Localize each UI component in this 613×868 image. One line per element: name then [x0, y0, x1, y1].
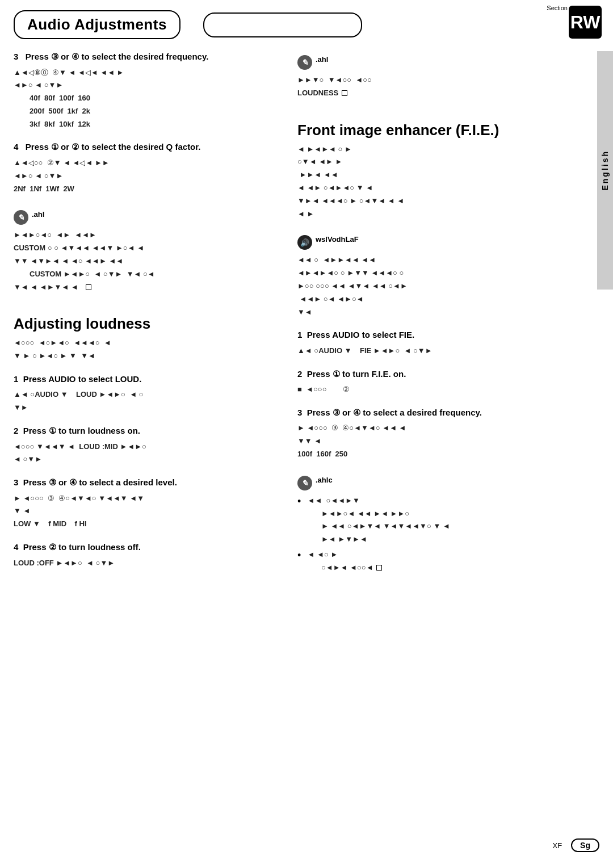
left-column: 3 Press ③ or ④ to select the desired fre… — [14, 51, 292, 577]
ahlc-bullet2: • ◄ ◄○ ► ○◄►◄ ◄○○◄ — [297, 549, 570, 575]
step3-freqs2: 200f 500f 1kf 2k — [30, 106, 280, 118]
step4-label: 4 — [14, 142, 23, 152]
loud-step4-sym: LOUD :OFF ►◄►○ ◄ ○▼► — [14, 557, 280, 569]
note1-box: ✎ .ahl — [14, 210, 280, 225]
top-header: Audio Adjustments Section RW — [0, 0, 613, 39]
ahlc-b2-l1: ◄ ◄○ ► — [305, 549, 382, 561]
page-title: Audio Adjustments — [14, 10, 180, 39]
note1-label: .ahl — [32, 210, 44, 219]
loud-step3-sym2: ▼ ◄ — [14, 505, 280, 517]
note-ahlc-label: .ahlc — [316, 476, 333, 484]
note-ahlc-box: ✎ .ahlc — [297, 476, 570, 490]
right-column: ✎ .ahl ►►▼○ ▼◄○○ ◄○○ LOUDNESS Front imag… — [292, 51, 570, 577]
step4-values: 2Nf 1Nf 1Wf 2W — [14, 183, 280, 195]
speaker-icon: 🔊 — [297, 235, 312, 250]
fie-step1: 1 Press AUDIO to select FIE. — [297, 329, 570, 342]
step3-freqs3: 3kf 8kf 10kf 12k — [30, 119, 280, 131]
bullet2-content: ◄ ◄○ ► ○◄►◄ ◄○○◄ — [305, 549, 382, 575]
bullet1-content: ◄◄ ○◄◄►▼ ►◄►○◄ ◄◄ ►◄ ►►○ ► ◄◄ ○◄►▼◄ ▼◄▼◄… — [305, 495, 450, 547]
speaker-note-box: 🔊 wslVodhLaF — [297, 235, 570, 250]
step3-label: 3 — [14, 52, 23, 61]
step3-sym1: ▲◄◁⑧⓪ ④▼ ◄ ◄◁◄ ◄◄ ► — [14, 67, 280, 79]
loud-step1-sym2: ▼► — [14, 402, 280, 414]
loud-step1: 1 Press AUDIO to select LOUD. — [14, 373, 280, 386]
step3-freqs1: 40f 80f 100f 160 — [30, 93, 280, 104]
fie-intro1: ◄ ►◄►◄ ○ ► — [297, 144, 570, 156]
adjusting-loudness-heading: Adjusting loudness — [14, 315, 280, 333]
header-oval — [203, 12, 362, 37]
note-ahl-line2: LOUDNESS — [297, 87, 570, 99]
speaker-line3: ►○○ ○○○ ◄◄ ◄▼◄ ◄◄ ○◄► — [297, 280, 570, 292]
loud-step1-sym: ▲◄ ○AUDIO ▼ LOUD ►◄►○ ◄ ○ — [14, 389, 280, 401]
footer-xf: XF — [552, 841, 562, 850]
loud-step4: 4 Press ② to turn loudness off. — [14, 541, 280, 554]
note-ahl-line1: ►►▼○ ▼◄○○ ◄○○ — [297, 74, 570, 86]
fie-step2-sym: ■ ◄○○○ ② — [297, 384, 570, 396]
ahlc-b1-l2: ►◄►○◄ ◄◄ ►◄ ►►○ — [321, 508, 450, 520]
speaker-note-label: wslVodhLaF — [316, 235, 359, 244]
speaker-line4: ◄◄► ○◄ ◄►○◄ — [297, 293, 570, 305]
fie-heading: Front image enhancer (F.I.E.) — [297, 121, 570, 139]
ahlc-bullet1: • ◄◄ ○◄◄►▼ ►◄►○◄ ◄◄ ►◄ ►►○ ► ◄◄ ○◄►▼◄ ▼◄… — [297, 495, 570, 547]
fie-intro5: ▼►◄ ◄◄◄○ ► ○◄▼◄ ◄ ◄ — [297, 195, 570, 207]
fie-intro3: ►►◄ ◄◄ — [297, 169, 570, 181]
fie-step1-sym: ▲◄ ○AUDIO ▼ FIE ►◄►○ ◄ ○▼► — [297, 345, 570, 357]
step3-freq: 3 Press ③ or ④ to select the desired fre… — [14, 51, 280, 64]
step3-text: Press ③ or ④ to select the desired fre­q… — [26, 52, 209, 61]
language-label: English — [601, 150, 610, 191]
loud-intro1: ◄○○○ ◄○►◄○ ◄◄◄○ ◄ — [14, 337, 280, 349]
fie-step3-vals: 100f 160f 250 — [297, 448, 570, 460]
fie-intro4: ◄ ◄► ○◄►◄○ ▼ ◄ — [297, 182, 570, 194]
note1-line3: ▼▼ ◄▼►◄ ◄ ◄○ ◄◄► ◄◄ — [14, 255, 280, 267]
main-content: 3 Press ③ or ④ to select the desired fre… — [0, 39, 613, 577]
step4-sym1: ▲◄◁○○ ②▼ ◄ ◄◁◄ ►► — [14, 157, 280, 169]
step4-sym2: ◄►○ ◄ ○▼► — [14, 170, 280, 182]
bullet1-dot: • — [297, 495, 305, 508]
fie-step3-sym: ► ◄○○○ ③ ④○◄▼◄○ ◄◄ ◄ — [297, 422, 570, 434]
fie-intro2: ○▼◄ ◄► ► — [297, 156, 570, 168]
loud-step2-sym: ◄○○○ ▼◄◄▼ ◄ LOUD :MID ►◄►○ — [14, 441, 280, 453]
fie-intro6: ◄ ► — [297, 208, 570, 220]
rw-badge: RW — [569, 6, 602, 39]
note-ahlc-icon: ✎ — [297, 476, 312, 490]
footer: XF Sg — [0, 833, 613, 858]
bullet2-dot: • — [297, 549, 305, 562]
note-ahl-label: .ahl — [316, 55, 328, 64]
note1-line4: CUSTOM ►◄►○ ◄ ○▼► ▼◄ ○◄ — [30, 269, 280, 280]
loud-intro2: ▼ ► ○ ►◄○ ► ▼ ▼◄ — [14, 350, 280, 362]
ahlc-b1-l3: ► ◄◄ ○◄►▼◄ ▼◄▼◄◄▼○ ▼ ◄ — [321, 521, 450, 532]
speaker-line2: ◄►◄►◄○ ○ ►▼▼ ◄◄◄○ ○ — [297, 267, 570, 279]
loud-step3: 3 Press ③ or ④ to select a desired level… — [14, 476, 280, 489]
note1-line1: ►◄►○◄○ ◄► ◄◄► — [14, 229, 280, 241]
page: Audio Adjustments Section RW English 3 P… — [0, 0, 613, 868]
note1-line2: CUSTOM ○ ○ ◄▼◄◄ ◄◄▼ ►○◄ ◄ — [14, 242, 280, 254]
fie-step3-sym2: ▼▼ ◄ — [297, 435, 570, 447]
loud-step3-vals: LOW ▼ f MID f HI — [14, 518, 280, 530]
step4-text: Press ① or ② to select the desired Q fac… — [26, 142, 201, 152]
loud-step2-sym2: ◄ ○▼► — [14, 454, 280, 466]
ahlc-b1-l1: ◄◄ ○◄◄►▼ — [305, 495, 450, 507]
loud-step2: 2 Press ① to turn loudness on. — [14, 425, 280, 438]
step3-sym2: ◄►○ ◄ ○▼► — [14, 79, 280, 91]
fie-step2: 2 Press ① to turn F.I.E. on. — [297, 368, 570, 381]
note-ahl-box: ✎ .ahl — [297, 55, 570, 70]
note1-line5: ▼◄ ◄ ◄►▼◄ ◄ — [14, 282, 280, 293]
section-label: Section — [547, 5, 568, 11]
footer-sg: Sg — [571, 838, 599, 852]
ahlc-b1-l4: ►◄ ►▼►◄ — [321, 534, 450, 546]
speaker-line1: ◄◄ ○ ◄►►◄◄ ◄◄ — [297, 254, 570, 266]
fie-step3: 3 Press ③ or ④ to select a desired fre­q… — [297, 406, 570, 420]
note-ahl-icon: ✎ — [297, 55, 312, 70]
loud-step3-sym: ► ◄○○○ ③ ④○◄▼◄○ ▼◄◄▼ ◄▼ — [14, 493, 280, 505]
note1-icon: ✎ — [14, 210, 28, 225]
ahlc-b2-l2: ○◄►◄ ◄○○◄ — [321, 562, 382, 574]
step4-q: 4 Press ① or ② to select the desired Q f… — [14, 141, 280, 154]
speaker-line5: ▼◄ — [297, 307, 570, 318]
language-sidebar: English — [597, 51, 613, 290]
